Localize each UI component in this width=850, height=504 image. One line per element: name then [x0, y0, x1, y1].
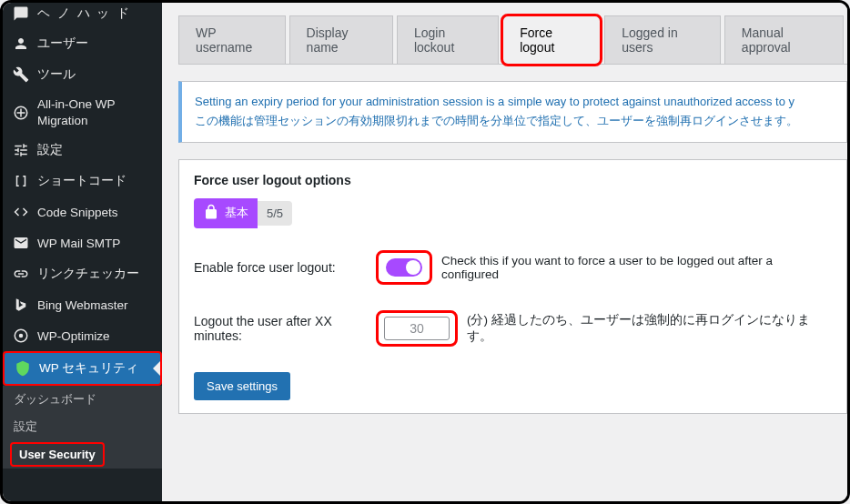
sidebar-item-label: All-in-One WP Migration	[37, 96, 153, 128]
sidebar-item-label: WP-Optimize	[37, 329, 110, 343]
sliders-icon	[12, 141, 30, 159]
sidebar-item-label: リンクチェッカー	[37, 266, 139, 282]
notice-line2: この機能は管理セッションの有効期限切れまでの時間を分単位で指定して、ユーザーを強…	[195, 112, 834, 131]
save-settings-button[interactable]: Save settings	[194, 372, 290, 400]
sidebar-item-tools[interactable]: ツール	[3, 59, 162, 90]
logout-minutes-desc: (分) 経過したのち、ユーザーは強制的に再ログインになります。	[467, 312, 832, 345]
security-badge-row: 基本 5/5	[194, 198, 832, 228]
migration-icon	[12, 104, 30, 122]
sidebar-item-wpoptimize[interactable]: WP-Optimize	[3, 320, 162, 351]
sidebar-item-linkchecker[interactable]: リンクチェッカー	[3, 258, 162, 289]
tab-display-name[interactable]: Display name	[289, 15, 393, 64]
code-icon	[12, 203, 30, 221]
bing-icon	[12, 296, 30, 314]
sidebar-item-bing[interactable]: Bing Webmaster	[3, 289, 162, 320]
sidebar-item-settings[interactable]: 設定	[3, 135, 162, 166]
info-notice: Setting an expiry period for your admini…	[178, 81, 847, 143]
toggle-highlight	[376, 250, 432, 285]
sidebar-item-security[interactable]: WP セキュリティ	[3, 351, 162, 386]
enable-force-logout-desc: Check this if you want to force a user t…	[441, 254, 832, 281]
security-badge: 基本	[194, 198, 258, 228]
sidebar-item-label: 設定	[37, 142, 63, 158]
optimize-icon	[12, 327, 30, 345]
enable-force-logout-label: Enable force user logout:	[194, 260, 376, 275]
sidebar-sub-usersecurity[interactable]: User Security	[10, 442, 105, 467]
settings-tabs: WP username Display name Login lockout F…	[178, 15, 847, 65]
badge-count: 5/5	[258, 201, 292, 226]
tab-manual-approval[interactable]: Manual approval	[724, 15, 844, 64]
sidebar-item-label: Bing Webmaster	[37, 298, 128, 312]
tab-login-lockout[interactable]: Login lockout	[397, 15, 499, 64]
sidebar-item-codesnippets[interactable]: Code Snippets	[3, 197, 162, 227]
wrench-icon	[12, 66, 30, 84]
sidebar-item-users[interactable]: ユーザー	[3, 28, 162, 59]
enable-force-logout-toggle[interactable]	[386, 258, 422, 277]
admin-sidebar: ヘ ノ ハ ッ ド ユーザー ツール All-in-One WP Migrati…	[3, 3, 162, 501]
tab-wp-username[interactable]: WP username	[178, 15, 286, 64]
sidebar-item-label: Code Snippets	[37, 206, 118, 219]
sidebar-sub-dashboard[interactable]: ダッシュボード	[3, 386, 162, 413]
sidebar-item-migration[interactable]: All-in-One WP Migration	[3, 90, 162, 135]
user-icon	[12, 35, 30, 53]
logout-minutes-input[interactable]	[384, 317, 450, 340]
sidebar-item-label: ユーザー	[37, 35, 88, 52]
link-icon	[12, 265, 30, 283]
main-content: WP username Display name Login lockout F…	[162, 3, 847, 501]
brackets-icon	[12, 172, 30, 190]
sidebar-submenu: ダッシュボード 設定 User Security	[3, 386, 162, 469]
input-highlight	[376, 310, 458, 347]
sidebar-item-label: ツール	[37, 66, 76, 83]
comment-icon	[12, 5, 30, 23]
card-title: Force user logout options	[194, 173, 832, 187]
logout-minutes-label: Logout the user after XX minutes:	[194, 314, 376, 343]
tab-logged-in-users[interactable]: Logged in users	[604, 15, 721, 64]
sidebar-sub-settings[interactable]: 設定	[3, 413, 162, 440]
lock-icon	[203, 204, 219, 223]
svg-point-2	[19, 334, 24, 338]
sidebar-item-label: WP セキュリティ	[39, 360, 138, 377]
tab-force-logout[interactable]: Force logout	[502, 15, 601, 65]
sidebar-item-label: ショートコード	[37, 173, 126, 189]
force-logout-card: Force user logout options 基本 5/5 Enable …	[178, 159, 847, 414]
sidebar-item-shortcode[interactable]: ショートコード	[3, 166, 162, 197]
badge-label: 基本	[225, 205, 248, 221]
notice-line1: Setting an expiry period for your admini…	[195, 93, 834, 112]
sidebar-item-smtp[interactable]: WP Mail SMTP	[3, 227, 162, 258]
sidebar-item-top[interactable]: ヘ ノ ハ ッ ド	[3, 3, 162, 28]
sidebar-item-label: WP Mail SMTP	[37, 237, 120, 250]
mail-icon	[12, 234, 30, 252]
shield-icon	[14, 359, 32, 378]
